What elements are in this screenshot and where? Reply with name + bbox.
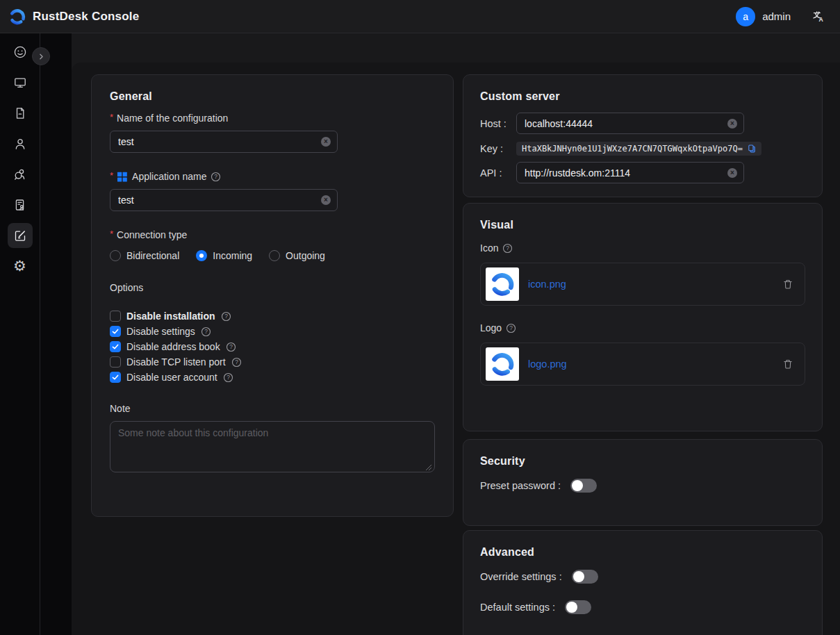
preset-password-row: Preset password : (480, 479, 805, 493)
svg-text:?: ? (509, 324, 513, 331)
clear-icon[interactable]: × (727, 119, 737, 129)
svg-text:A: A (818, 16, 823, 23)
option-disable-settings[interactable]: Disable settings ? (110, 324, 435, 339)
help-icon[interactable]: ? (211, 172, 221, 182)
help-icon[interactable]: ? (201, 327, 211, 337)
config-name-field[interactable]: × (110, 131, 338, 153)
trash-icon (782, 358, 793, 370)
user-icon (13, 137, 27, 151)
help-icon[interactable]: ? (226, 342, 236, 352)
copy-key-button[interactable] (747, 144, 757, 154)
sidebar-item-audit[interactable] (8, 192, 33, 217)
checkbox-control[interactable] (110, 326, 121, 337)
required-asterisk: * (110, 229, 113, 239)
settings-gear-icon: ⚙ (13, 259, 26, 274)
svg-text:?: ? (507, 245, 510, 251)
api-row: API : × (480, 162, 805, 183)
svg-text:?: ? (224, 313, 228, 320)
key-value: HtaXBkJNHyn0e1U1jWXze7A7CN7QTGWqxkOtpaVp… (522, 144, 743, 154)
trash-icon (782, 279, 793, 290)
brand[interactable]: RustDesk Console (8, 8, 139, 26)
icon-label: Icon ? (480, 242, 805, 254)
icon-file-link[interactable]: icon.png (528, 279, 566, 290)
checkbox-control[interactable] (110, 356, 121, 368)
help-icon[interactable]: ? (223, 372, 233, 383)
application-name-label: * Application name (110, 171, 435, 182)
option-disable-installation[interactable]: Disable installation ? (110, 308, 435, 324)
override-settings-row: Override settings : (480, 570, 805, 584)
sidebar-item-settings[interactable]: ⚙ (8, 254, 33, 279)
sidebar-item-users[interactable] (8, 131, 33, 156)
override-settings-toggle[interactable] (572, 570, 598, 584)
option-disable-tcp-listen-port[interactable]: Disable TCP listen port ? (110, 354, 435, 370)
help-icon[interactable]: ? (231, 357, 242, 368)
visual-title: Visual (480, 219, 805, 231)
logo-upload-item: logo.png (480, 343, 805, 386)
sidebar-item-groups[interactable] (8, 162, 33, 187)
clear-icon[interactable]: × (727, 168, 737, 178)
api-label: API : (480, 167, 516, 179)
delete-logo-button[interactable] (782, 358, 793, 370)
key-row: Key : HtaXBkJNHyn0e1U1jWXze7A7CN7QTGWqxk… (480, 142, 805, 156)
config-name-input[interactable] (118, 136, 321, 147)
options-group: Disable installation ? Disable settings (110, 308, 435, 385)
content-panel: General * Name of the configuration × * (72, 63, 840, 635)
clear-icon[interactable]: × (321, 137, 331, 147)
radio-control[interactable] (110, 250, 121, 261)
user-name[interactable]: admin (762, 10, 791, 22)
api-input[interactable] (525, 167, 727, 179)
api-field[interactable]: × (516, 162, 744, 183)
host-row: Host : × (480, 113, 805, 134)
radio-control[interactable] (269, 250, 280, 261)
edit-square-icon (13, 229, 27, 242)
language-switcher-button[interactable]: A (812, 10, 825, 23)
note-label: Note (110, 403, 435, 414)
general-title: General (110, 90, 435, 103)
sidebar-item-dashboard[interactable] (8, 40, 33, 65)
sidebar-expand-button[interactable] (32, 47, 50, 65)
svg-text:?: ? (235, 358, 238, 365)
security-card: Security Preset password : (463, 439, 823, 526)
note-field (110, 421, 435, 475)
svg-text:?: ? (229, 343, 233, 350)
license-doc-icon (13, 198, 27, 212)
default-settings-toggle[interactable] (565, 600, 591, 614)
default-settings-row: Default settings : (480, 600, 805, 614)
clear-icon[interactable]: × (321, 195, 331, 205)
user-avatar[interactable]: a (736, 7, 755, 26)
topbar: RustDesk Console a admin A (0, 0, 840, 33)
sidebar-item-sessions[interactable] (8, 101, 33, 126)
logo-file-link[interactable]: logo.png (528, 358, 567, 370)
radio-outgoing[interactable]: Outgoing (269, 250, 325, 261)
host-field[interactable]: × (516, 113, 744, 134)
help-icon[interactable]: ? (502, 243, 513, 254)
user-search-icon (13, 167, 27, 181)
radio-incoming[interactable]: Incoming (196, 250, 252, 261)
radio-bidirectional[interactable]: Bidirectional (110, 250, 179, 261)
icon-thumbnail (486, 267, 519, 301)
option-disable-user-account[interactable]: Disable user account ? (110, 370, 435, 385)
radio-control[interactable] (196, 250, 207, 261)
application-name-field[interactable]: × (110, 189, 338, 211)
svg-text:?: ? (204, 328, 208, 335)
help-icon[interactable]: ? (221, 311, 231, 322)
security-title: Security (480, 455, 805, 468)
sidebar: ⚙ (0, 33, 40, 635)
checkbox-control[interactable] (110, 311, 121, 322)
note-textarea[interactable] (110, 421, 435, 472)
host-input[interactable] (525, 118, 727, 129)
visual-card: Visual Icon ? (463, 203, 823, 431)
option-disable-address-book[interactable]: Disable address book ? (110, 339, 435, 354)
smiley-icon (13, 45, 27, 59)
config-name-label: * Name of the configuration (110, 113, 435, 124)
application-name-input[interactable] (118, 195, 321, 206)
checkbox-control[interactable] (110, 341, 121, 352)
sidebar-item-devices[interactable] (8, 70, 33, 95)
required-asterisk: * (110, 170, 113, 181)
sidebar-item-custom-client[interactable] (8, 223, 33, 248)
checkbox-control[interactable] (110, 372, 121, 383)
delete-icon-button[interactable] (782, 279, 793, 290)
help-icon[interactable]: ? (506, 323, 516, 333)
override-settings-label: Override settings : (480, 571, 562, 582)
preset-password-toggle[interactable] (570, 479, 597, 493)
